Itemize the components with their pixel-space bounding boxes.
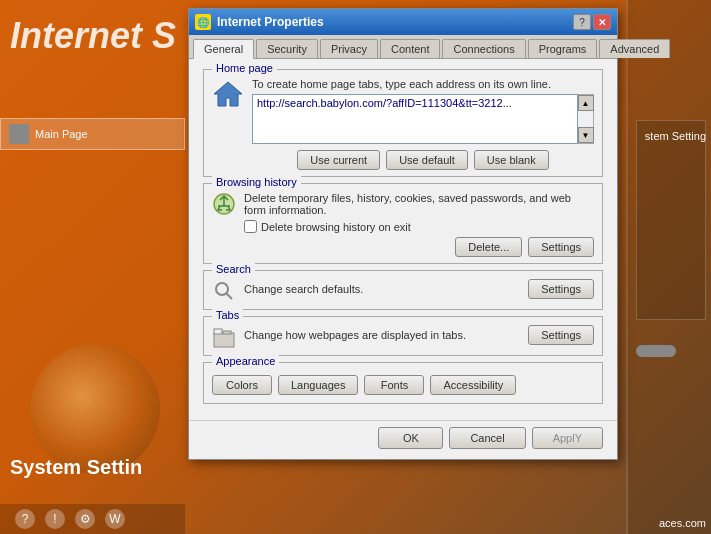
toggle-decoration (636, 345, 676, 357)
search-section-label: Search (212, 263, 255, 275)
tabs-icon (212, 325, 236, 349)
use-default-button[interactable]: Use default (386, 150, 468, 170)
tab-connections[interactable]: Connections (442, 39, 525, 58)
apply-button[interactable]: ApplY (532, 427, 603, 449)
svg-rect-4 (214, 333, 234, 347)
fonts-button[interactable]: Fonts (364, 375, 424, 395)
bottom-bar: ? ! ⚙ W (0, 504, 185, 534)
svg-marker-0 (214, 82, 242, 106)
scroll-up-btn[interactable]: ▲ (578, 95, 594, 111)
url-scrollbar: ▲ ▼ (578, 94, 594, 144)
main-page-label: Main Page (35, 128, 88, 140)
home-icon (212, 78, 244, 110)
system-setting-text: System Settin (10, 456, 142, 479)
tab-general[interactable]: General (193, 39, 254, 59)
tabs-groupbox: Tabs Change how webpages are displayed i… (203, 316, 603, 356)
delete-on-exit-label: Delete browsing history on exit (261, 221, 411, 233)
languages-button[interactable]: Languages (278, 375, 358, 395)
use-current-button[interactable]: Use current (297, 150, 380, 170)
close-button[interactable]: ✕ (593, 14, 611, 30)
homepage-description: To create home page tabs, type each addr… (252, 78, 594, 90)
tab-privacy[interactable]: Privacy (320, 39, 378, 58)
dialog-icon: 🌐 (195, 14, 211, 30)
cancel-button[interactable]: Cancel (449, 427, 525, 449)
browsing-history-groupbox: Browsing history Delete temporary files,… (203, 183, 603, 264)
tab-programs[interactable]: Programs (528, 39, 598, 58)
homepage-groupbox: Home page To create home page tabs, type… (203, 69, 603, 177)
tabs-section-label: Tabs (212, 309, 243, 321)
browsing-settings-button[interactable]: Settings (528, 237, 594, 257)
tabs-settings-button[interactable]: Settings (528, 325, 594, 345)
ok-button[interactable]: OK (378, 427, 443, 449)
appearance-buttons: Colors Languages Fonts Accessibility (212, 375, 594, 395)
link-icon[interactable]: W (105, 509, 125, 529)
accessibility-button[interactable]: Accessibility (430, 375, 516, 395)
browsing-history-content: Delete temporary files, history, cookies… (212, 192, 594, 257)
svg-rect-5 (214, 329, 222, 334)
tab-content[interactable]: Content (380, 39, 441, 58)
homepage-buttons: Use current Use default Use blank (252, 150, 594, 170)
search-settings-row: Change search defaults. Settings (244, 279, 594, 299)
help-button[interactable]: ? (573, 14, 591, 30)
browsing-history-label: Browsing history (212, 176, 301, 188)
info-icon[interactable]: ! (45, 509, 65, 529)
logo-text: Internet S (10, 15, 176, 57)
tab-advanced[interactable]: Advanced (599, 39, 670, 58)
url-input[interactable]: http://search.babylon.com/?affID=111304&… (252, 94, 578, 144)
settings-icon[interactable]: ⚙ (75, 509, 95, 529)
colors-button[interactable]: Colors (212, 375, 272, 395)
delete-on-exit-row: Delete browsing history on exit (244, 220, 594, 233)
tab-security[interactable]: Security (256, 39, 318, 58)
main-page-icon (9, 124, 29, 144)
dialog-footer: OK Cancel ApplY (189, 420, 617, 459)
delete-button[interactable]: Delete... (455, 237, 522, 257)
internet-properties-dialog: 🌐 Internet Properties ? ✕ General Securi… (188, 8, 618, 460)
delete-on-exit-checkbox[interactable] (244, 220, 257, 233)
com-text: aces.com (659, 517, 706, 529)
browsing-history-right: Delete temporary files, history, cookies… (244, 192, 594, 257)
appearance-label: Appearance (212, 355, 279, 367)
svg-line-3 (226, 293, 232, 299)
tabs-content: Change how webpages are displayed in tab… (212, 325, 594, 349)
search-settings-button[interactable]: Settings (528, 279, 594, 299)
homepage-label: Home page (212, 62, 277, 74)
dialog-content: Home page To create home page tabs, type… (189, 59, 617, 420)
recycle-icon (212, 192, 236, 216)
appearance-section: Appearance Colors Languages Fonts Access… (203, 362, 603, 404)
globe-decoration (30, 344, 160, 474)
tab-bar: General Security Privacy Content Connect… (189, 35, 617, 59)
search-icon (212, 279, 236, 303)
tabs-settings-row: Change how webpages are displayed in tab… (244, 325, 594, 345)
right-border: stem Setting aces.com (626, 0, 711, 534)
title-bar: 🌐 Internet Properties ? ✕ (189, 9, 617, 35)
browsing-history-buttons: Delete... Settings (244, 237, 594, 257)
tabs-description: Change how webpages are displayed in tab… (244, 329, 520, 341)
svg-rect-6 (223, 331, 231, 334)
title-bar-buttons: ? ✕ (573, 14, 611, 30)
search-content: Change search defaults. Settings (212, 279, 594, 303)
help-icon[interactable]: ? (15, 509, 35, 529)
right-panel-inner (636, 120, 706, 320)
search-description: Change search defaults. (244, 283, 520, 295)
dialog-title: Internet Properties (217, 15, 567, 29)
use-blank-button[interactable]: Use blank (474, 150, 549, 170)
url-box: http://search.babylon.com/?affID=111304&… (252, 94, 594, 144)
scroll-down-btn[interactable]: ▼ (578, 127, 594, 143)
homepage-right: To create home page tabs, type each addr… (252, 78, 594, 170)
search-groupbox: Search Change search defaults. Settings (203, 270, 603, 310)
browsing-history-description: Delete temporary files, history, cookies… (244, 192, 594, 216)
homepage-content: To create home page tabs, type each addr… (212, 78, 594, 170)
main-page-taskbar[interactable]: Main Page (0, 118, 185, 150)
right-sidebar-text: stem Setting (645, 130, 706, 142)
